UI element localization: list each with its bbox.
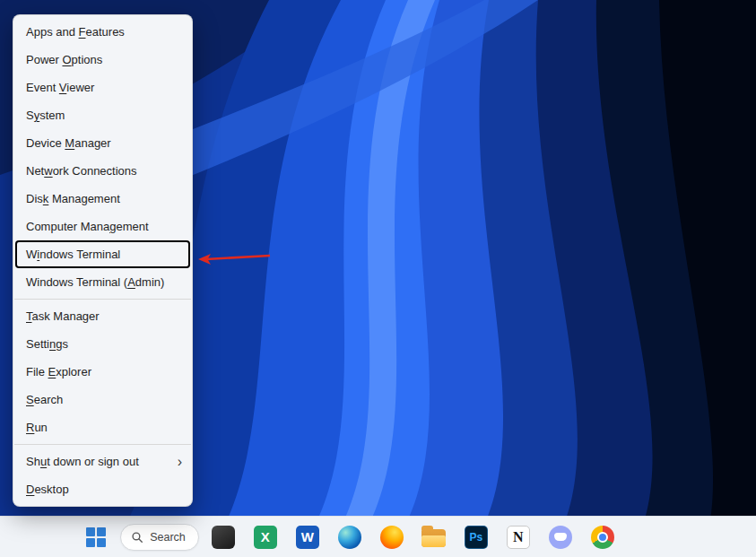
taskbar-search-box[interactable]: Search — [120, 524, 199, 551]
menu-item-run[interactable]: Run — [15, 413, 190, 441]
label-post: Management — [48, 192, 120, 205]
label-mnemonic: S — [26, 393, 34, 406]
menu-item-label: Apps and Features — [26, 25, 125, 39]
menu-item-label: Event Viewer — [26, 81, 94, 94]
menu-item-label: Network Connections — [26, 164, 137, 178]
menu-item-label: Desktop — [26, 483, 69, 496]
annotation-arrow-icon — [196, 248, 272, 268]
label-post: iewer — [66, 81, 94, 94]
taskbar-app-photoshop-button[interactable]: Ps — [458, 519, 494, 555]
excel-icon: X — [254, 526, 277, 549]
label-mnemonic: w — [44, 164, 52, 178]
label-pre: Power — [26, 53, 62, 66]
label-pre: Computer Mana — [26, 220, 109, 233]
taskbar-icons-group: Search X W Ps — [78, 519, 621, 555]
label-post: ask Manager — [32, 309, 100, 323]
label-mnemonic: D — [26, 483, 34, 496]
chevron-right-icon: › — [178, 455, 182, 469]
label-mnemonic: R — [26, 421, 34, 434]
taskbar-app-dark-app-button[interactable] — [205, 519, 241, 555]
label-pre: W — [26, 248, 37, 261]
desktop: Apps and Features Power Options Event Vi… — [0, 0, 756, 557]
menu-item-shut-down-or-sign-out[interactable]: Shut down or sign out › — [15, 448, 190, 475]
label-post: anager — [74, 136, 110, 150]
label-pre: Apps and — [26, 25, 79, 39]
label-pre: Net — [26, 164, 44, 178]
label-mnemonic: F — [79, 25, 86, 39]
label-pre: S — [26, 109, 34, 122]
menu-item-device-manager[interactable]: Device Manager — [15, 129, 190, 157]
menu-item-label: File Explorer — [26, 365, 91, 379]
taskbar: Search X W Ps — [0, 516, 756, 557]
menu-item-label: Windows Terminal (Admin) — [26, 275, 164, 289]
label-post: un — [34, 421, 47, 434]
menu-item-event-viewer[interactable]: Event Viewer — [15, 74, 190, 101]
label-post: ement — [116, 220, 148, 233]
menu-item-system[interactable]: System — [15, 101, 190, 129]
menu-item-label: System — [26, 109, 65, 122]
label-pre: Event — [26, 81, 59, 94]
menu-item-disk-management[interactable]: Disk Management — [15, 185, 190, 213]
label-mnemonic: E — [48, 365, 56, 379]
menu-separator — [14, 299, 191, 300]
menu-item-power-options[interactable]: Power Options — [15, 46, 190, 74]
search-icon — [131, 531, 143, 544]
label-pre: Setti — [26, 337, 49, 351]
label-mnemonic: A — [127, 275, 135, 289]
taskbar-app-file-explorer-button[interactable] — [416, 519, 452, 555]
chrome-icon — [591, 526, 614, 549]
windows-logo-icon — [86, 527, 106, 547]
menu-item-network-connections[interactable]: Network Connections — [15, 157, 190, 185]
search-label: Search — [150, 531, 186, 544]
label-pre: Dis — [26, 192, 43, 205]
menu-item-desktop[interactable]: Desktop — [15, 475, 190, 503]
menu-item-label: Power Options — [26, 53, 102, 66]
notion-icon: N — [507, 526, 530, 549]
label-mnemonic: M — [65, 136, 74, 150]
menu-item-label: Run — [26, 421, 48, 434]
photoshop-icon: Ps — [465, 526, 488, 549]
label-post: esktop — [34, 483, 68, 496]
label-post: xplorer — [56, 365, 91, 379]
dark-app-icon — [212, 526, 235, 549]
taskbar-app-edge-button[interactable] — [332, 519, 368, 555]
menu-item-windows-terminal[interactable]: Windows Terminal — [15, 240, 190, 268]
menu-item-label: Computer Management — [26, 220, 149, 233]
label-pre: File — [26, 365, 48, 379]
label-mnemonic: O — [62, 53, 71, 66]
menu-item-label: Shut down or sign out — [26, 455, 139, 468]
label-post: stem — [39, 109, 65, 122]
label-pre: Sh — [26, 455, 40, 468]
edge-icon — [338, 526, 361, 549]
menu-item-label: Device Manager — [26, 136, 111, 150]
label-post: ndows Terminal — [39, 248, 120, 261]
menu-item-task-manager[interactable]: Task Manager — [15, 302, 190, 330]
taskbar-app-excel-button[interactable]: X — [248, 519, 283, 555]
label-pre: Windows Terminal ( — [26, 275, 127, 289]
menu-item-label: Search — [26, 393, 63, 406]
menu-item-apps-and-features[interactable]: Apps and Features — [15, 18, 190, 46]
menu-separator — [14, 444, 191, 445]
taskbar-app-word-button[interactable]: W — [290, 519, 326, 555]
label-post: ork Connections — [53, 164, 137, 178]
taskbar-app-chrome-button[interactable] — [585, 519, 621, 555]
label-post: dmin) — [135, 275, 165, 289]
start-button[interactable] — [78, 519, 114, 555]
label-pre: Device — [26, 136, 65, 150]
menu-item-settings[interactable]: Settings — [15, 330, 190, 358]
menu-item-label: Disk Management — [26, 192, 120, 205]
menu-item-windows-terminal-admin[interactable]: Windows Terminal (Admin) — [15, 268, 190, 296]
menu-item-label: Windows Terminal — [26, 248, 120, 261]
label-post: eatures — [86, 25, 125, 39]
menu-item-computer-management[interactable]: Computer Management — [15, 213, 190, 240]
taskbar-app-firefox-button[interactable] — [374, 519, 410, 555]
discord-icon — [549, 526, 572, 549]
word-icon: W — [296, 526, 319, 549]
menu-item-label: Settings — [26, 337, 68, 351]
menu-item-file-explorer[interactable]: File Explorer — [15, 358, 190, 386]
taskbar-app-discord-button[interactable] — [543, 519, 578, 555]
menu-item-search[interactable]: Search — [15, 386, 190, 413]
label-post: gs — [56, 337, 68, 351]
winx-context-menu: Apps and Features Power Options Event Vi… — [13, 14, 193, 507]
taskbar-app-notion-button[interactable]: N — [500, 519, 536, 555]
